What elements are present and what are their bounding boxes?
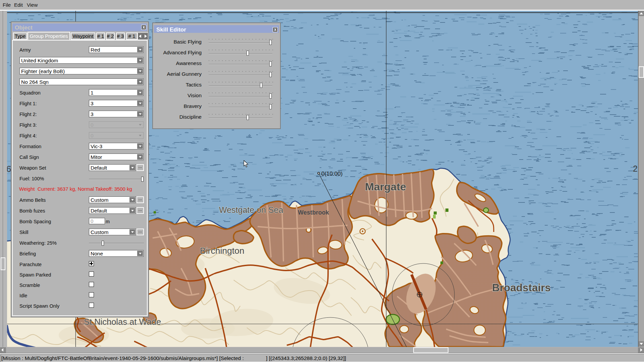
- svg-text:2: 2: [633, 164, 638, 173]
- svg-text:Westgate on Sea: Westgate on Sea: [219, 205, 283, 215]
- svg-text:St.Nicholas at Wade: St.Nicholas at Wade: [84, 317, 161, 326]
- svg-text:0(10:00): 0(10:00): [321, 171, 342, 177]
- svg-text:Broadstairs: Broadstairs: [492, 282, 551, 294]
- svg-text:Westbrook: Westbrook: [298, 209, 329, 216]
- svg-text:Birchington: Birchington: [200, 246, 245, 256]
- svg-text:Margate: Margate: [365, 181, 406, 193]
